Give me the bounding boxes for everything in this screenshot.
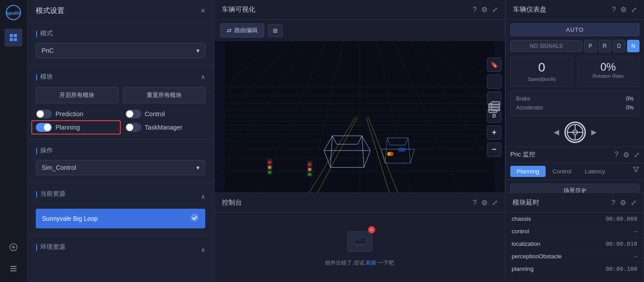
viz-panel-title: 车辆可视化: [222, 5, 255, 14]
planning-delay-name: planning: [512, 265, 534, 272]
dashboard-header: 车辆仪表盘 ? ⚙ ⤢: [506, 0, 644, 20]
svg-rect-9: [10, 266, 17, 267]
pnc-filter-icon[interactable]: [632, 166, 640, 177]
mode-dropdown[interactable]: PnC ▾: [36, 43, 205, 58]
dashboard-question-icon[interactable]: ?: [612, 6, 616, 14]
reset-all-button[interactable]: 重置所有模块: [123, 87, 206, 103]
chassis-name: chassis: [512, 215, 531, 222]
dashboard-header-icons: ? ⚙ ⤢: [612, 5, 637, 14]
viz-panel-header-icons: ? ⚙ ⤢: [473, 5, 498, 14]
error-close-icon: ×: [368, 226, 375, 233]
delay-row-planning: planning 00:00.100: [505, 263, 644, 275]
planning-toggle[interactable]: [36, 123, 52, 132]
viz-question-icon[interactable]: ?: [473, 6, 477, 14]
no-signals-button[interactable]: NO SIGNALS: [510, 40, 582, 52]
svg-point-49: [308, 168, 312, 171]
accelerator-value: 0%: [626, 105, 634, 111]
prediction-toggle[interactable]: [36, 109, 52, 118]
enable-all-button[interactable]: 开启所有模块: [36, 87, 119, 103]
svg-rect-10: [10, 268, 17, 269]
scenario-history-button[interactable]: 场景历史: [510, 184, 640, 193]
planning-label: Planning: [55, 124, 80, 131]
svg-point-82: [359, 238, 361, 241]
accelerator-label: Accelerator: [516, 105, 543, 111]
console-expand-icon[interactable]: ⤢: [492, 198, 498, 207]
refresh-link[interactable]: 刷新: [366, 260, 377, 266]
pnc-settings-icon[interactable]: ⚙: [623, 151, 629, 159]
resource-name: Sunnyvale Big Loop: [42, 215, 98, 222]
svg-point-70: [572, 130, 577, 135]
tab-planning[interactable]: Planning: [510, 166, 546, 177]
brake-accel-card: Brake 0% Accelerator 0%: [510, 90, 640, 116]
mode-panel-title: 模式设置: [36, 6, 64, 16]
tab-control[interactable]: Control: [547, 166, 578, 177]
close-button[interactable]: ×: [200, 6, 205, 16]
error-message: 组件出错了,尝试 刷新 一下吧: [325, 259, 394, 267]
env-resources-collapse-icon[interactable]: ∧: [201, 246, 205, 253]
resource-item[interactable]: Sunnyvale Big Loop: [36, 209, 205, 228]
svg-point-48: [308, 163, 312, 166]
tab-latency[interactable]: Latency: [579, 166, 612, 177]
drive-btn-d[interactable]: D: [613, 40, 625, 52]
modules-collapse-icon[interactable]: ∧: [201, 73, 205, 80]
main-content: 车辆可视化 ? ⚙ ⤢ ⇄ 路由编辑 ⊞: [215, 0, 644, 282]
svg-point-12: [191, 214, 199, 222]
error-box: [347, 231, 372, 252]
dashboard-settings-icon[interactable]: ⚙: [620, 5, 627, 14]
apollo-logo: apollo: [5, 4, 21, 21]
delay-row-chassis: chassis 00:00.009: [505, 213, 644, 225]
control-value: —: [634, 228, 637, 235]
error-icon-container: ×: [347, 228, 373, 255]
viz-expand-icon[interactable]: ⤢: [492, 5, 498, 14]
brake-label: Brake: [516, 96, 530, 102]
resources-collapse-icon[interactable]: ∧: [201, 193, 205, 200]
pnc-question-icon[interactable]: ?: [614, 151, 619, 159]
operations-section: 操作 Sim_Control ▾: [27, 139, 214, 182]
mode-panel: 模式设置 × 模式 PnC ▾ 模块 ∧ 开启所有模块 重置所有模块 Predi…: [27, 0, 215, 282]
nav-icon-grid[interactable]: [4, 29, 22, 46]
modules-btn-row: 开启所有模块 重置所有模块: [36, 87, 205, 103]
layers-button[interactable]: [487, 91, 501, 105]
operations-dropdown[interactable]: Sim_Control ▾: [36, 160, 205, 175]
console-panel: 控制台 ? ⚙ ⤢ ×: [215, 193, 505, 282]
operations-section-title: 操作: [36, 147, 205, 155]
steer-left-arrow[interactable]: ◀: [554, 128, 559, 136]
delay-row-perception: perceptionObstacle —: [505, 250, 644, 263]
pnc-expand-icon[interactable]: ⤢: [634, 151, 640, 159]
console-question-icon[interactable]: ?: [473, 199, 477, 207]
nav-icon-plus[interactable]: [4, 238, 22, 256]
delay-expand-icon[interactable]: ⤢: [631, 198, 636, 207]
rotation-card: 0% Rotation Ratio: [577, 56, 640, 87]
dashboard-expand-icon[interactable]: ⤢: [631, 5, 637, 14]
svg-point-44: [268, 160, 271, 164]
layer-icon-button[interactable]: ⊞: [268, 24, 283, 37]
control-label: Control: [145, 110, 165, 118]
viz-panel: 车辆可视化 ? ⚙ ⤢ ⇄ 路由编辑 ⊞: [215, 0, 505, 193]
viz-settings-icon[interactable]: ⚙: [481, 5, 487, 14]
nav-icon-list[interactable]: [4, 260, 22, 278]
drive-btn-n[interactable]: N: [627, 40, 640, 52]
control-toggle[interactable]: [125, 109, 141, 118]
auto-badge: AUTO: [510, 23, 640, 36]
resources-section: 当前资源 ∧ Sunnyvale Big Loop: [27, 182, 214, 236]
route-edit-button[interactable]: ⇄ 路由编辑: [220, 23, 264, 38]
pnc-header-icons: ? ⚙ ⤢: [614, 151, 640, 159]
module-item-control: Control: [125, 109, 206, 118]
chassis-value: 00:00.009: [606, 215, 637, 222]
taskmanager-toggle[interactable]: [125, 123, 141, 132]
delay-question-icon[interactable]: ?: [611, 199, 615, 207]
svg-rect-5: [14, 38, 17, 41]
console-header-icons: ? ⚙ ⤢: [473, 198, 498, 207]
pnc-tabs: Planning Control Latency: [506, 163, 644, 180]
drive-btn-p[interactable]: P: [584, 40, 597, 52]
console-settings-icon[interactable]: ⚙: [481, 198, 487, 207]
modules-section: 模块 ∧ 开启所有模块 重置所有模块 Prediction Control: [27, 66, 214, 139]
speed-label: Speed(km/h): [515, 76, 568, 82]
drive-btn-r[interactable]: R: [598, 40, 611, 52]
delay-settings-icon[interactable]: ⚙: [620, 198, 626, 207]
svg-rect-11: [10, 270, 17, 271]
localization-name: localization: [512, 240, 540, 247]
svg-point-46: [268, 171, 271, 174]
steer-right-arrow[interactable]: ▶: [591, 128, 597, 136]
svg-rect-66: [489, 103, 500, 105]
